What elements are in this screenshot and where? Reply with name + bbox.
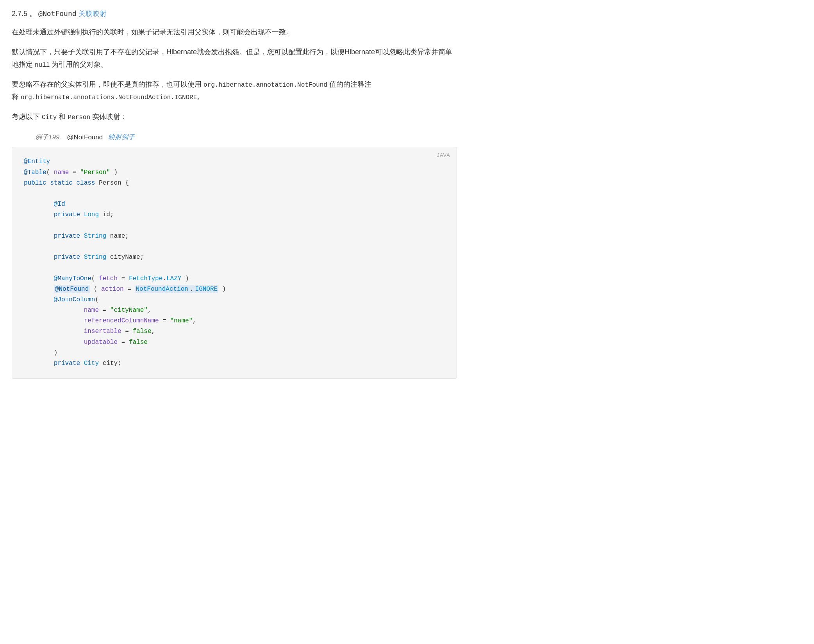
code-block: JAVA @Entity @Table( name = "Person" ) p…	[12, 147, 457, 379]
example-label-container: 例子199. @NotFound 映射例子	[35, 131, 457, 143]
example-label: 例子199. @NotFound 映射例子	[35, 133, 135, 141]
paragraph-2: 默认情况下，只要子关联引用了不存在的父记录，Hibernate就会发出抱怨。但是…	[12, 46, 457, 71]
at-notfound-heading: @NotFound	[38, 9, 77, 18]
dot-text: 。	[29, 10, 36, 18]
version-text: 2.7.5	[12, 10, 27, 18]
heading-link[interactable]: 关联映射	[79, 10, 107, 18]
code-lang-label: JAVA	[437, 151, 450, 160]
code-content: @Entity @Table( name = "Person" ) public…	[24, 157, 445, 369]
section-heading: 2.7.5 。 @NotFound 关联映射	[12, 8, 457, 20]
paragraph-1: 在处理未通过外键强制执行的关联时，如果子记录无法引用父实体，则可能会出现不一致。	[12, 26, 457, 39]
paragraph-3: 要忽略不存在的父实体引用，即使不是真的推荐，也可以使用 org.hibernat…	[12, 78, 457, 103]
paragraph-4: 考虑以下 City 和 Person 实体映射：	[12, 111, 457, 123]
